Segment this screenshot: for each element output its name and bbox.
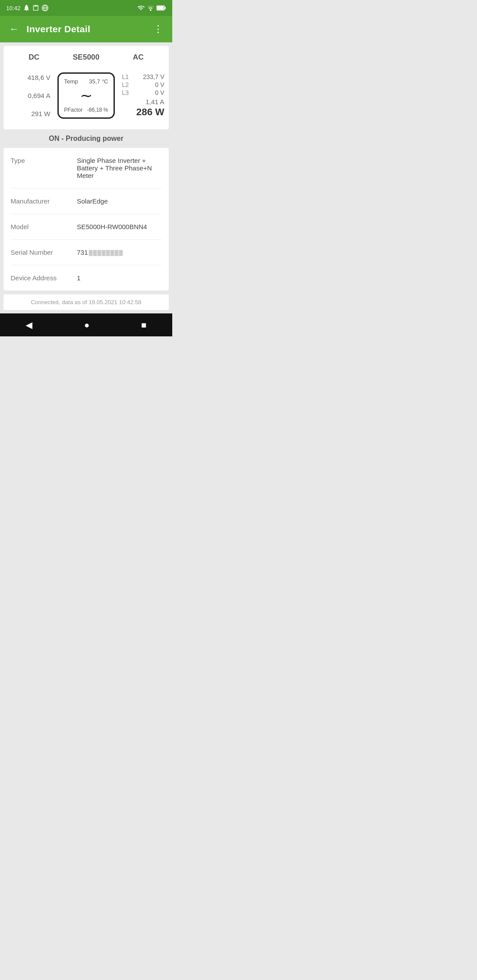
info-panel: Type Single Phase Inverter + Battery + T… [4, 148, 169, 290]
clipboard-icon [32, 4, 39, 11]
svg-rect-6 [157, 6, 164, 10]
status-time: 10:42 [6, 5, 21, 11]
nav-back-button[interactable]: ◀ [12, 316, 45, 334]
model-label: SE5000 [60, 53, 112, 62]
type-label: Type [11, 157, 68, 164]
dc-current: 0,694 A [28, 92, 50, 99]
status-bar-right [137, 4, 166, 11]
type-value: Single Phase Inverter + Battery + Three … [77, 157, 162, 179]
serial-label: Serial Number [11, 249, 68, 256]
temp-value: 35,7 °C [89, 78, 108, 85]
ac-label: AC [112, 53, 164, 62]
manufacturer-value: SolarEdge [77, 197, 162, 205]
signal-icon [147, 4, 154, 11]
serial-redacted-dots: ▓▓▓▓▓▓▓▓ [89, 249, 123, 256]
temp-label: Temp [64, 78, 78, 85]
ac-l1-value: 233,7 V [138, 73, 164, 80]
temp-display: Temp 35,7 °C [64, 78, 108, 85]
ac-wave-icon: ∼ [80, 88, 92, 103]
more-menu-button[interactable]: ⋮ [151, 23, 165, 35]
status-bar: 10:42 [0, 0, 172, 16]
serial-row: Serial Number 731▓▓▓▓▓▓▓▓ [11, 240, 162, 265]
ac-current: 1,41 A [122, 98, 164, 106]
model-label: Model [11, 223, 68, 230]
dc-label: DC [8, 53, 60, 62]
dc-column: 418,6 V 0,694 A 291 W [8, 74, 54, 117]
inverter-panel: DC SE5000 AC 418,6 V 0,694 A 291 W Temp … [4, 46, 169, 129]
status-producing: ON - Producing power [0, 129, 172, 148]
inverter-body: 418,6 V 0,694 A 291 W Temp 35,7 °C ∼ PFa… [8, 72, 164, 119]
manufacturer-label: Manufacturer [11, 197, 68, 205]
notification-icon [23, 4, 30, 11]
back-button[interactable]: ← [7, 23, 21, 35]
ac-l2-label: L2 [122, 81, 134, 88]
ac-lines: L1 233,7 V L2 0 V L3 0 V [122, 73, 164, 96]
pfactor-display: PFactor -86,18 % [64, 107, 108, 113]
ac-column: L1 233,7 V L2 0 V L3 0 V 1,41 A 286 W [118, 73, 164, 118]
svg-rect-5 [165, 7, 166, 9]
wifi-icon [137, 4, 145, 11]
device-address-row: Device Address 1 [11, 265, 162, 290]
pfactor-label: PFactor [64, 107, 83, 113]
device-address-label: Device Address [11, 274, 68, 282]
nav-bar: ◀ ● ■ [0, 313, 172, 336]
ac-power: 286 W [122, 106, 164, 118]
inverter-center-box: Temp 35,7 °C ∼ PFactor -86,18 % [57, 72, 115, 119]
pfactor-value: -86,18 % [87, 107, 108, 113]
model-row: Model SE5000H-RW000BNN4 [11, 214, 162, 240]
dc-power: 291 W [31, 110, 50, 117]
inverter-header: DC SE5000 AC [8, 53, 164, 62]
page-title: Inverter Detail [26, 24, 146, 34]
ac-l3-value: 0 V [138, 89, 164, 96]
svg-point-3 [150, 9, 151, 11]
status-bar-left: 10:42 [6, 4, 49, 11]
ac-l3-label: L3 [122, 89, 134, 96]
type-row: Type Single Phase Inverter + Battery + T… [11, 148, 162, 188]
serial-number-display: 731▓▓▓▓▓▓▓▓ [77, 249, 123, 256]
device-address-value: 1 [77, 274, 162, 282]
app-bar: ← Inverter Detail ⋮ [0, 16, 172, 42]
serial-value: 731▓▓▓▓▓▓▓▓ [77, 249, 162, 256]
battery-icon [156, 5, 166, 11]
manufacturer-row: Manufacturer SolarEdge [11, 188, 162, 214]
vpn-icon [42, 4, 49, 11]
dc-voltage: 418,6 V [27, 74, 50, 81]
nav-recent-button[interactable]: ■ [128, 317, 159, 334]
serial-prefix: 731 [77, 249, 88, 256]
ac-l1-label: L1 [122, 73, 134, 80]
model-value: SE5000H-RW000BNN4 [77, 223, 162, 230]
footer-status: Connected, data as of 19.05.2021 10:42:5… [4, 294, 169, 310]
nav-home-button[interactable]: ● [71, 317, 102, 334]
ac-l2-value: 0 V [138, 81, 164, 88]
